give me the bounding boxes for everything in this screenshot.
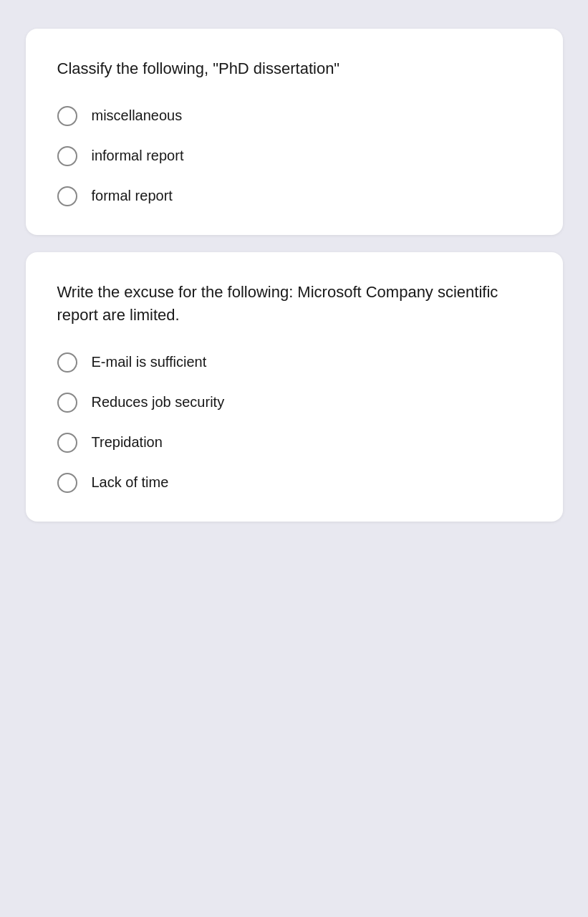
option-label-q2-3: Trepidation	[92, 434, 163, 451]
option-label-q1-1: miscellaneous	[92, 107, 183, 124]
question-2-option-1[interactable]: E-mail is sufficient	[57, 352, 531, 373]
question-2-option-3[interactable]: Trepidation	[57, 433, 531, 453]
radio-circle-q1-2[interactable]	[57, 146, 77, 166]
question-1-option-2[interactable]: informal report	[57, 146, 531, 166]
question-1-option-1[interactable]: miscellaneous	[57, 106, 531, 126]
question-1-text: Classify the following, "PhD dissertatio…	[57, 57, 531, 80]
radio-circle-q2-2[interactable]	[57, 393, 77, 413]
question-1-options: miscellaneous informal report formal rep…	[57, 106, 531, 206]
option-label-q1-3: formal report	[92, 188, 173, 204]
question-2-text: Write the excuse for the following: Micr…	[57, 281, 531, 327]
radio-circle-q1-1[interactable]	[57, 106, 77, 126]
option-label-q2-1: E-mail is sufficient	[92, 354, 207, 370]
option-label-q2-2: Reduces job security	[92, 394, 225, 411]
question-2-card: Write the excuse for the following: Micr…	[26, 252, 563, 522]
question-2-option-4[interactable]: Lack of time	[57, 473, 531, 493]
option-label-q1-2: informal report	[92, 148, 184, 164]
option-label-q2-4: Lack of time	[92, 474, 169, 491]
question-1-option-3[interactable]: formal report	[57, 186, 531, 206]
question-2-options: E-mail is sufficient Reduces job securit…	[57, 352, 531, 493]
radio-circle-q1-3[interactable]	[57, 186, 77, 206]
radio-circle-q2-1[interactable]	[57, 352, 77, 373]
question-2-option-2[interactable]: Reduces job security	[57, 393, 531, 413]
radio-circle-q2-4[interactable]	[57, 473, 77, 493]
question-1-card: Classify the following, "PhD dissertatio…	[26, 29, 563, 235]
radio-circle-q2-3[interactable]	[57, 433, 77, 453]
